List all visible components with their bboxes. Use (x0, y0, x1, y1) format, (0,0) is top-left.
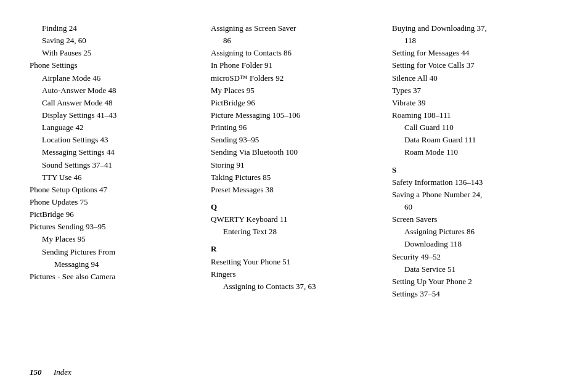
list-item: microSD™ Folders 92 (211, 72, 377, 84)
list-item: Saving a Phone Number 24, (392, 189, 558, 201)
list-item: Entering Text 28 (211, 226, 377, 238)
list-item: Roam Mode 110 (392, 146, 558, 158)
list-item: Messaging Settings 44 (30, 146, 196, 158)
list-item: Setting for Messages 44 (392, 47, 558, 59)
list-item: Settings 37–54 (392, 288, 558, 300)
list-item: Language 42 (30, 121, 196, 134)
column-1: Finding 24Saving 24, 60With Pauses 25Pho… (30, 22, 211, 300)
list-item: My Places 95 (30, 233, 196, 245)
footer-label: Index (54, 367, 71, 377)
list-item: Roaming 108–111 (392, 109, 558, 121)
list-item: Display Settings 41–43 (30, 109, 196, 121)
column-2: Assigning as Screen Saver86Assigning to … (211, 22, 392, 300)
list-item: Finding 24 (30, 22, 196, 35)
list-item: Call Guard 110 (392, 121, 558, 134)
list-item: PictBridge 96 (211, 97, 377, 109)
list-item: Data Roam Guard 111 (392, 134, 558, 146)
list-item: Sending Pictures From (30, 246, 196, 258)
list-item: Screen Savers (392, 213, 558, 226)
list-item: Location Settings 43 (30, 134, 196, 146)
column-3: Buying and Downloading 37,118Setting for… (392, 22, 558, 300)
list-item: R (211, 243, 377, 255)
list-item: Phone Settings (30, 59, 196, 71)
list-item: Vibrate 39 (392, 97, 558, 109)
list-item: Setting for Voice Calls 37 (392, 59, 558, 71)
list-item: Call Answer Mode 48 (30, 97, 196, 109)
list-item: Buying and Downloading 37, (392, 22, 558, 35)
list-item: Phone Setup Options 47 (30, 184, 196, 196)
list-item: Sending 93–95 (211, 134, 377, 146)
list-item: Safety Information 136–143 (392, 176, 558, 189)
list-item: PictBridge 96 (30, 208, 196, 221)
list-item: QWERTY Keyboard 11 (211, 213, 377, 226)
list-item: Storing 91 (211, 159, 377, 171)
list-item: TTY Use 46 (30, 171, 196, 184)
list-item: Ringers (211, 268, 377, 280)
list-item: Pictures - See also Camera (30, 271, 196, 283)
list-item: Messaging 94 (30, 258, 196, 271)
list-item: Assigning as Screen Saver (211, 22, 377, 35)
list-item: Q (211, 201, 377, 213)
list-item: Auto-Answer Mode 48 (30, 84, 196, 97)
list-item: Assigning to Contacts 37, 63 (211, 280, 377, 293)
list-item: 118 (392, 35, 558, 47)
list-item: Setting Up Your Phone 2 (392, 276, 558, 288)
page-container: Finding 24Saving 24, 60With Pauses 25Pho… (0, 0, 588, 392)
list-item: My Places 95 (211, 84, 377, 97)
list-item: Assigning Pictures 86 (392, 226, 558, 238)
list-item: Downloading 118 (392, 238, 558, 250)
list-item: S (392, 164, 558, 176)
list-item: Airplane Mode 46 (30, 72, 196, 84)
list-item: Saving 24, 60 (30, 35, 196, 47)
list-item: Printing 96 (211, 121, 377, 134)
list-item: 60 (392, 201, 558, 213)
footer-page-number: 150 (30, 367, 42, 377)
list-item: Silence All 40 (392, 72, 558, 84)
list-item: Types 37 (392, 84, 558, 97)
list-item: In Phone Folder 91 (211, 59, 377, 71)
list-item: Taking Pictures 85 (211, 171, 377, 184)
footer: 150 Index (30, 367, 71, 377)
list-item: Sending Via Bluetooth 100 (211, 146, 377, 158)
list-item: With Pauses 25 (30, 47, 196, 59)
list-item: Assigning to Contacts 86 (211, 47, 377, 59)
list-item: Picture Messaging 105–106 (211, 109, 377, 121)
list-item: Security 49–52 (392, 251, 558, 263)
list-item: Preset Messages 38 (211, 184, 377, 196)
list-item: 86 (211, 35, 377, 47)
list-item: Pictures Sending 93–95 (30, 221, 196, 233)
list-item: Phone Updates 75 (30, 196, 196, 208)
list-item: Resetting Your Phone 51 (211, 256, 377, 268)
list-item: Sound Settings 37–41 (30, 159, 196, 171)
index-columns: Finding 24Saving 24, 60With Pauses 25Pho… (30, 22, 558, 300)
list-item: Data Service 51 (392, 263, 558, 276)
